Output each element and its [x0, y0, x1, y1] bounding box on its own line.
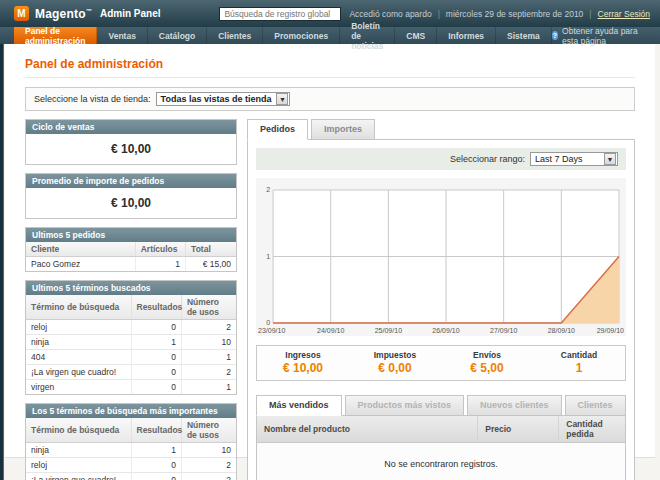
range-label: Seleccionar rango: [450, 154, 525, 164]
table-cell: 0 [131, 365, 181, 380]
nav-items: Panel de administraciónVentasCatálogoCli… [14, 27, 552, 44]
column-header: Resultados [131, 295, 181, 320]
table-header-row: Nombre del productoPrecioCantidad pedida [257, 416, 625, 443]
magento-logo: M Magento™ Admin Panel [14, 6, 161, 21]
stat-label: Ingresos [257, 350, 349, 360]
table-cell: ninja [26, 443, 131, 458]
tab-nuevos-clientes[interactable]: Nuevos clientes [467, 395, 562, 416]
help-link[interactable]: ? Obtener ayuda para esta página [552, 27, 660, 44]
tab-m-s-vendidos[interactable]: Más vendidos [256, 395, 342, 416]
table-cell: reloj [26, 458, 131, 473]
stat-value: 1 [533, 361, 625, 375]
tab-importes[interactable]: Importes [311, 119, 375, 140]
column-header: Precio [478, 416, 559, 443]
tab-pedidos[interactable]: Pedidos [247, 119, 308, 140]
svg-text:27/09/10: 27/09/10 [490, 327, 517, 334]
table-cell: Paco Gomez [26, 257, 135, 272]
stat-envíos: Envíos€ 5,00 [441, 350, 533, 375]
table-cell: 2 [181, 458, 236, 473]
nav-item-clientes[interactable]: Clientes [207, 27, 263, 44]
dashboard-columns: Ciclo de ventas € 10,00 Promedio de impo… [25, 119, 635, 480]
separator: | [589, 9, 591, 19]
window-edge-strip [0, 0, 4, 480]
table-cell: € 15,00 [186, 257, 236, 272]
chart-tabs: PedidosImportes [247, 119, 635, 139]
nav-item-sistema[interactable]: Sistema [496, 27, 552, 44]
range-select[interactable]: Last 7 Days ▼ [530, 152, 618, 166]
bestsellers-panel: Nombre del productoPrecioCantidad pedida… [256, 415, 626, 480]
stat-ingresos: Ingresos€ 10,00 [257, 350, 349, 375]
table-header-row: ClienteArtículosTotal [26, 242, 236, 257]
table-cell: 10 [181, 335, 236, 350]
table-cell: reloj [26, 320, 131, 335]
stat-impuestos: Impuestos€ 0,00 [349, 350, 441, 375]
table-cell: 404 [26, 350, 131, 365]
last-search-terms-card: Ultimos 5 términos buscados Término de b… [25, 280, 237, 395]
chart-panel: Seleccionar rango: Last 7 Days ▼ 01223/0… [247, 139, 635, 480]
table-cell: 0 [131, 473, 181, 480]
table-cell: 0 [131, 458, 181, 473]
main-nav: Panel de administraciónVentasCatálogoCli… [0, 27, 660, 44]
svg-text:1: 1 [266, 253, 270, 260]
table-header-row: Término de búsquedaResultadosNúmero de u… [26, 295, 236, 320]
svg-text:26/09/10: 26/09/10 [432, 327, 459, 334]
logo-title: Magento™ [35, 7, 92, 21]
global-search-input[interactable] [219, 7, 341, 21]
last-orders-card: Ultimos 5 pedidos ClienteArtículosTotal … [25, 227, 237, 272]
card-title: Promedio de importe de pedidos [26, 174, 236, 188]
lifetime-sales-card: Ciclo de ventas € 10,00 [25, 119, 237, 165]
help-label: Obtener ayuda para esta página [562, 26, 648, 46]
report-tabs: Más vendidosProductos más vistosNuevos c… [256, 395, 626, 415]
table-cell: 0 [131, 350, 181, 365]
logout-link[interactable]: Cerrar Sesión [598, 9, 650, 19]
main-content: Panel de administración Seleccione la vi… [5, 44, 655, 458]
orders-area-chart: 01223/09/1024/09/1025/09/1026/09/1027/09… [258, 182, 624, 336]
tab-productos-m-s-vistos[interactable]: Productos más vistos [345, 395, 465, 416]
column-header: Artículos [135, 242, 185, 257]
header-right: Accedió como apardo | miércoles 29 de se… [219, 7, 650, 21]
orders-chart: 01223/09/1024/09/1025/09/1026/09/1027/09… [256, 178, 626, 336]
svg-text:0: 0 [266, 320, 270, 327]
svg-text:24/09/10: 24/09/10 [317, 327, 344, 334]
table-row: ninja110 [26, 443, 236, 458]
stat-label: Envíos [441, 350, 533, 360]
nav-item-panel-de-administraci-n[interactable]: Panel de administración [14, 27, 97, 44]
totals-bar: Ingresos€ 10,00Impuestos€ 0,00Envíos€ 5,… [256, 345, 626, 381]
table-cell: virgen [26, 380, 131, 395]
magento-logo-icon: M [14, 6, 29, 21]
last-orders-table: ClienteArtículosTotal Paco Gomez1€ 15,00 [26, 242, 236, 271]
column-header: Nombre del producto [257, 416, 478, 443]
svg-text:23/09/10: 23/09/10 [258, 327, 285, 334]
top-search-terms-table: Término de búsquedaResultadosNúmero de u… [26, 418, 236, 480]
store-view-value: Todas las vistas de tienda [157, 94, 276, 104]
page-title: Panel de administración [25, 57, 635, 78]
table-cell: ¡La virgen que cuadro! [26, 473, 131, 480]
table-cell: 0 [131, 320, 181, 335]
stat-value: € 0,00 [349, 361, 441, 375]
top-search-terms-card: Los 5 términos de búsqueda más important… [25, 403, 237, 480]
chevron-down-icon: ▼ [276, 93, 288, 105]
stat-value: € 5,00 [441, 361, 533, 375]
tab-clientes[interactable]: Clientes [565, 395, 626, 416]
nav-item-cat-logo[interactable]: Catálogo [148, 27, 207, 44]
table-row: virgen01 [26, 380, 236, 395]
nav-item-promociones[interactable]: Promociones [263, 27, 340, 44]
average-orders-card: Promedio de importe de pedidos € 10,00 [25, 173, 237, 219]
session-info: Accedió como apardo | miércoles 29 de se… [349, 9, 650, 19]
column-header: Número de usos [181, 418, 236, 443]
column-header: Cantidad pedida [559, 416, 625, 443]
nav-item-ventas[interactable]: Ventas [97, 27, 147, 44]
store-view-select[interactable]: Todas las vistas de tienda ▼ [156, 92, 291, 106]
card-title: Ultimos 5 términos buscados [26, 281, 236, 295]
column-header: Número de usos [181, 295, 236, 320]
table-cell: 1 [181, 350, 236, 365]
empty-row: No se encontraron registros. [257, 443, 625, 480]
svg-text:2: 2 [266, 187, 270, 194]
range-bar: Seleccionar rango: Last 7 Days ▼ [256, 148, 626, 170]
nav-item-informes[interactable]: Informes [437, 27, 496, 44]
nav-item-cms[interactable]: CMS [395, 27, 437, 44]
table-cell: 1 [135, 257, 185, 272]
table-cell: 1 [131, 443, 181, 458]
logo-subtitle: Admin Panel [100, 8, 161, 19]
nav-item-bolet-n-de-noticias[interactable]: Boletín de noticias [340, 27, 395, 44]
